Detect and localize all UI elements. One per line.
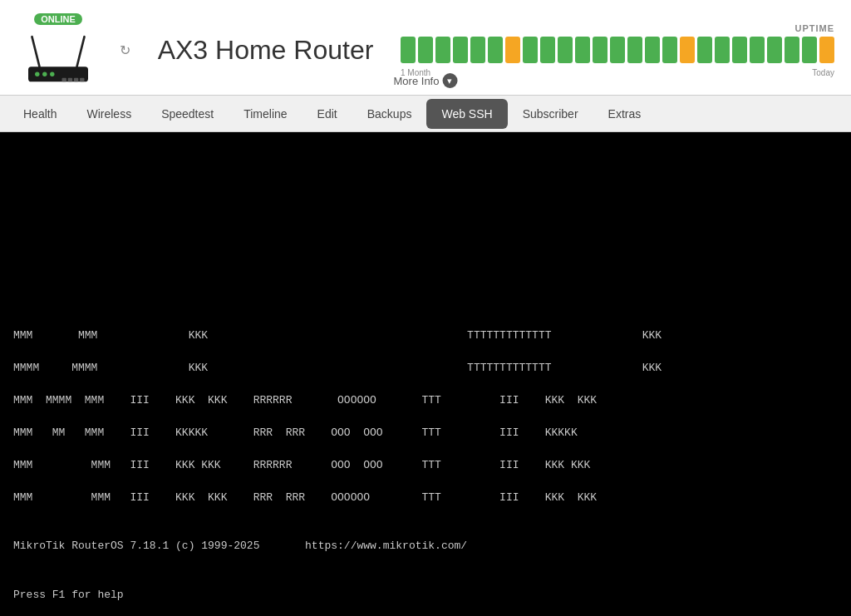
router-image (21, 28, 96, 86)
uptime-section: UPTIME 1 Month Today (401, 23, 834, 77)
nav-tab-timeline[interactable]: Timeline (229, 99, 302, 129)
svg-point-5 (50, 72, 54, 76)
uptime-bar (593, 37, 608, 63)
uptime-bar (505, 37, 520, 63)
uptime-bar (401, 37, 416, 63)
uptime-bar (610, 37, 625, 63)
uptime-bars (401, 37, 834, 63)
uptime-bar (470, 37, 485, 63)
nav-tab-web-ssh[interactable]: Web SSH (426, 99, 507, 129)
uptime-axis: 1 Month Today (401, 68, 834, 77)
online-badge: ONLINE (34, 13, 82, 25)
nav-tab-extras[interactable]: Extras (593, 99, 657, 129)
more-info-button[interactable]: More Info ▾ (394, 73, 458, 88)
uptime-bar (767, 37, 782, 63)
uptime-end: Today (812, 68, 834, 77)
uptime-bar (488, 37, 503, 63)
chevron-down-icon: ▾ (442, 73, 457, 88)
uptime-bar (662, 37, 677, 63)
uptime-bar (575, 37, 590, 63)
nav-tab-health[interactable]: Health (8, 99, 71, 129)
nav-tab-speedtest[interactable]: Speedtest (146, 99, 229, 129)
uptime-bar (627, 37, 642, 63)
uptime-bar (523, 37, 538, 63)
nav-tab-backups[interactable]: Backups (352, 99, 427, 129)
router-title: AX3 Home Router (147, 35, 384, 66)
uptime-bar (715, 37, 730, 63)
uptime-bar (802, 37, 817, 63)
uptime-bar (697, 37, 712, 63)
svg-rect-8 (74, 78, 78, 82)
uptime-bar (453, 37, 468, 63)
page-wrapper: ONLINE ↻ AX3 Home Router U (0, 0, 851, 616)
router-icon-wrap: ONLINE (17, 13, 100, 86)
uptime-bar (435, 37, 450, 63)
nav-tab-edit[interactable]: Edit (303, 99, 352, 129)
more-info-label: More Info (394, 75, 440, 87)
uptime-bar (680, 37, 695, 63)
uptime-bar (645, 37, 660, 63)
nav-tabs: HealthWirelessSpeedtestTimelineEditBacku… (0, 96, 851, 132)
uptime-label: UPTIME (794, 23, 834, 33)
svg-line-1 (77, 37, 85, 67)
svg-rect-6 (62, 78, 66, 82)
header-panel: ONLINE ↻ AX3 Home Router U (0, 0, 851, 96)
svg-rect-7 (68, 78, 72, 82)
svg-point-4 (42, 72, 47, 76)
uptime-bar (819, 37, 834, 63)
svg-rect-9 (80, 78, 84, 82)
nav-tab-subscriber[interactable]: Subscriber (508, 99, 593, 129)
uptime-bar (418, 37, 433, 63)
nav-tab-wireless[interactable]: Wireless (71, 99, 146, 129)
uptime-bar (540, 37, 555, 63)
uptime-bar (732, 37, 747, 63)
svg-point-3 (35, 72, 39, 76)
svg-line-0 (32, 37, 40, 67)
uptime-bar (750, 37, 765, 63)
terminal-window[interactable]: MMM MMM KKK TTTTTTTTTTTTT KKK MMMM MMMM … (0, 132, 851, 616)
refresh-button[interactable]: ↻ (120, 42, 130, 58)
uptime-bar (785, 37, 799, 63)
uptime-bar (558, 37, 573, 63)
